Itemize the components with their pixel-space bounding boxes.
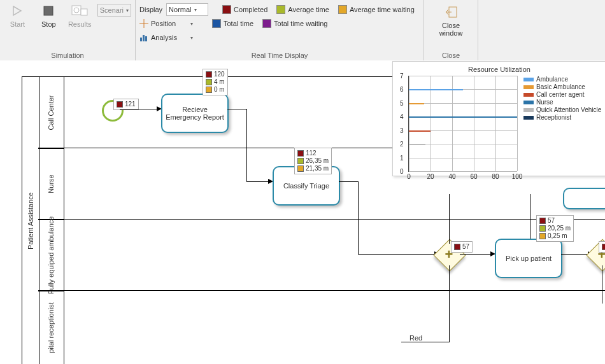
barchart-icon [139,33,148,42]
task-offscreen[interactable] [563,188,605,209]
lane-receptionist: pital receptionist [38,290,64,364]
chevron-down-icon: ▾ [190,35,193,41]
chevron-down-icon: ▾ [194,7,197,13]
lane-call-center: Call Center [38,76,64,149]
panel-title-simulation: Simulation [4,52,131,59]
display-label: Display [139,6,162,13]
close-window-icon [443,4,459,20]
resource-utilization-chart: Resource Utilization 0123456702040608010… [392,61,605,176]
panel-simulation: Start Stop Results Scenari▾ Simulation [0,0,136,60]
badge-gw1: 57 [451,241,473,253]
legend-completed: Completed [222,5,267,14]
scenarios-dropdown[interactable]: Scenari▾ [97,4,131,17]
analysis-tool[interactable]: Analysis [139,33,187,42]
panel-title-close: Close [442,52,460,59]
svg-rect-7 [140,38,142,41]
badge-pickup: 57 20,25 m 0,25 m [536,215,574,242]
results-button[interactable]: Results [66,1,94,29]
crosshair-icon [139,19,148,28]
lane-nurse: Nurse [38,148,64,220]
legend-total-time-waiting: Total time waiting [262,19,327,28]
position-tool[interactable]: Position [139,19,187,28]
swatch-icon [276,5,285,14]
play-icon [9,3,25,19]
svg-rect-2 [72,6,81,15]
chart-legend: AmbulanceBasic AmbulanceCall center agen… [523,76,601,172]
svg-marker-0 [13,6,21,15]
svg-rect-9 [145,36,147,41]
svg-rect-8 [143,35,145,41]
badge-receive: 120 4 m 0 m [203,69,228,95]
swatch-icon [212,19,221,28]
panel-title-realtime: Real Time Display [139,52,420,59]
flow-label-red: Red [409,334,422,342]
close-window-button[interactable]: Close window [432,3,470,38]
legend-total-time: Total time [212,19,253,28]
svg-rect-4 [81,9,87,15]
task-receive-report[interactable]: Recieve Emergency Report [161,94,229,133]
swatch-icon [338,5,347,14]
swatch-icon [262,19,271,28]
badge-classify: 112 26,35 m 21,35 m [294,148,332,174]
stop-icon [40,3,57,19]
display-dropdown[interactable]: Normal▾ [166,3,208,16]
pool-title: Patient Assistance [22,76,39,364]
ribbon: Start Stop Results Scenari▾ Simulation D… [0,0,605,61]
lane-ambulance: Fully equiped ambulance [38,219,64,291]
stop-button[interactable]: Stop [35,1,62,29]
panel-realtime: Display Normal▾ Completed Average time A… [136,0,424,60]
chart-plot: 01234567020406080100 [408,76,517,172]
results-icon [71,3,88,19]
diagram-canvas[interactable]: Patient Assistance Call Center Nurse Ful… [0,60,605,364]
chevron-down-icon: ▾ [190,21,193,27]
legend-avg-time: Average time [276,5,329,14]
swatch-icon [222,5,231,14]
svg-rect-1 [44,6,53,15]
panel-close: Close window Close [424,0,478,60]
chart-title: Resource Utilization [397,66,602,73]
legend-avg-time-waiting: Average time waiting [338,5,415,14]
badge-gw2: 5 [599,241,605,253]
chevron-down-icon: ▾ [126,8,129,13]
start-button[interactable]: Start [4,1,31,29]
task-pickup-patient[interactable]: Pick up patient [495,239,562,278]
